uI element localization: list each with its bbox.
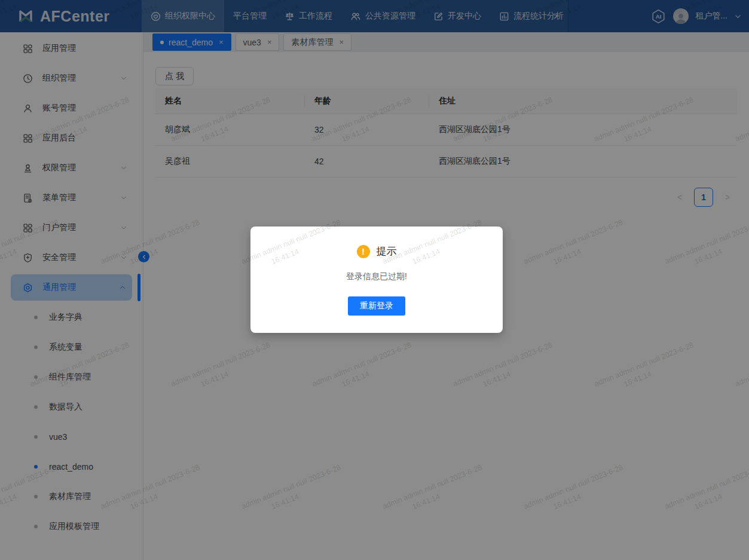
relogin-button[interactable]: 重新登录 (348, 296, 405, 316)
session-expired-dialog: ! 提示 登录信息已过期! 重新登录 (250, 227, 503, 333)
dialog-message: 登录信息已过期! (250, 271, 503, 282)
warning-icon: ! (357, 245, 370, 258)
dialog-title: 提示 (377, 244, 397, 258)
dialog-title-row: ! 提示 (357, 244, 397, 258)
app-root: AFCenter 组织权限中心平台管理工作流程公共资源管理开发中心流程统计分析 … (0, 0, 749, 560)
